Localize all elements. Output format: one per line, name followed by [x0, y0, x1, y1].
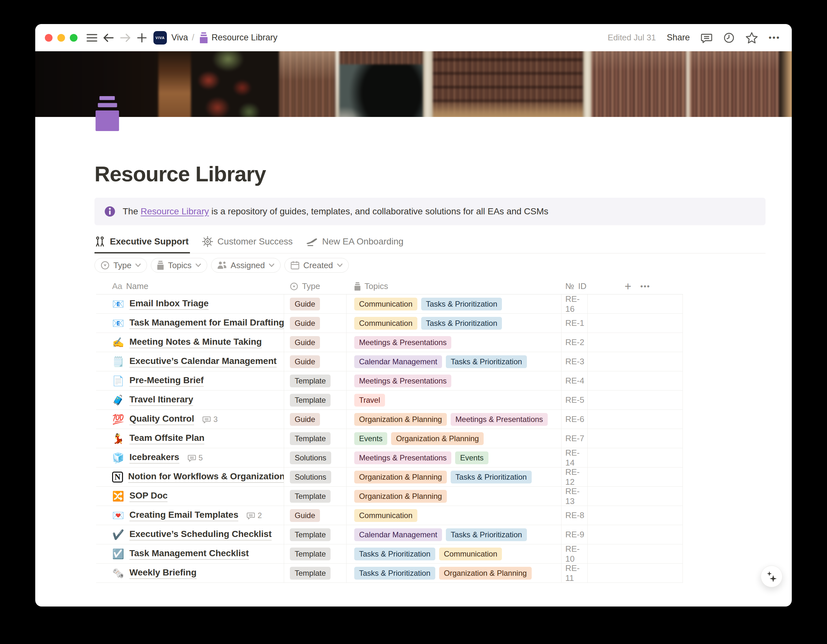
- sidebar-toggle-icon[interactable]: [85, 31, 99, 45]
- row-page-link[interactable]: Icebreakers: [130, 452, 179, 464]
- add-property-button[interactable]: +: [624, 281, 631, 292]
- row-type-cell[interactable]: Template: [284, 487, 346, 506]
- row-page-link[interactable]: Pre-Meeting Brief: [130, 375, 204, 387]
- row-topics-cell[interactable]: Organization & Planning: [346, 487, 562, 506]
- row-page-link[interactable]: Quality Control: [130, 414, 194, 425]
- row-type-cell[interactable]: Template: [284, 544, 346, 563]
- forward-icon[interactable]: [118, 31, 132, 45]
- row-name-cell[interactable]: 📧 Task Management for Email Drafting: [96, 314, 284, 333]
- row-id-cell[interactable]: RE-7: [562, 429, 588, 448]
- minimize-window-button[interactable]: [57, 34, 65, 42]
- row-id-cell[interactable]: RE-12: [562, 467, 588, 486]
- row-page-link[interactable]: SOP Doc: [130, 491, 167, 502]
- history-clock-icon[interactable]: [723, 32, 735, 44]
- row-topics-cell[interactable]: Organization & PlanningMeetings & Presen…: [346, 410, 562, 429]
- tab-executive-support[interactable]: Executive Support: [95, 236, 190, 253]
- row-topics-cell[interactable]: EventsOrganization & Planning: [346, 429, 562, 448]
- row-page-link[interactable]: Travel Itinerary: [130, 394, 193, 406]
- row-id-cell[interactable]: RE-6: [562, 410, 588, 429]
- row-topics-cell[interactable]: Communication: [346, 506, 562, 525]
- row-topics-cell[interactable]: Meetings & PresentationsEvents: [346, 448, 562, 467]
- row-id-cell[interactable]: RE-2: [562, 333, 588, 352]
- row-page-link[interactable]: Team Offsite Plan: [130, 433, 204, 444]
- row-type-cell[interactable]: Guide: [284, 333, 346, 352]
- row-type-cell[interactable]: Guide: [284, 314, 346, 333]
- row-page-link[interactable]: Meeting Notes & Minute Taking: [130, 337, 262, 348]
- row-id-cell[interactable]: RE-9: [562, 525, 588, 544]
- tab-new-ea-onboarding[interactable]: New EA Onboarding: [306, 236, 405, 253]
- row-type-cell[interactable]: Template: [284, 391, 346, 410]
- more-options-icon[interactable]: •••: [769, 33, 780, 42]
- row-name-cell[interactable]: 🗞️ Weekly Briefing: [96, 564, 284, 583]
- row-page-link[interactable]: Executive’s Scheduling Checklist: [130, 529, 272, 541]
- filter-assigned[interactable]: Assigned: [211, 258, 281, 273]
- breadcrumb-page[interactable]: Resource Library: [212, 33, 278, 42]
- row-name-cell[interactable]: 📄 Pre-Meeting Brief: [96, 371, 284, 390]
- row-topics-cell[interactable]: Organization & PlanningTasks & Prioritiz…: [346, 467, 562, 486]
- row-comment-count[interactable]: 5: [188, 453, 203, 462]
- row-id-cell[interactable]: RE-4: [562, 371, 588, 390]
- row-name-cell[interactable]: 🧊 Icebreakers 5: [96, 448, 284, 467]
- tab-customer-success[interactable]: Customer Success: [202, 236, 294, 253]
- row-topics-cell[interactable]: Travel: [346, 391, 562, 410]
- row-page-link[interactable]: Email Inbox Triage: [130, 298, 209, 310]
- row-id-cell[interactable]: RE-16: [562, 294, 588, 313]
- row-type-cell[interactable]: Template: [284, 525, 346, 544]
- row-topics-cell[interactable]: Meetings & Presentations: [346, 333, 562, 352]
- row-page-link[interactable]: Executive’s Calendar Management: [130, 356, 277, 367]
- back-icon[interactable]: [101, 31, 115, 45]
- column-header-id[interactable]: № ID: [562, 281, 588, 291]
- row-topics-cell[interactable]: Calendar ManagementTasks & Prioritizatio…: [346, 525, 562, 544]
- comments-icon[interactable]: [701, 32, 712, 44]
- row-id-cell[interactable]: RE-10: [562, 544, 588, 563]
- page-title[interactable]: Resource Library: [95, 162, 766, 186]
- notion-ai-button[interactable]: [761, 566, 782, 587]
- row-type-cell[interactable]: Template: [284, 429, 346, 448]
- row-id-cell[interactable]: RE-13: [562, 487, 588, 506]
- breadcrumb-workspace[interactable]: Viva: [172, 33, 188, 42]
- column-header-name[interactable]: Aa Name: [96, 281, 284, 291]
- row-name-cell[interactable]: ☑️ Task Management Checklist: [96, 544, 284, 563]
- filter-type[interactable]: Type: [95, 258, 147, 273]
- row-name-cell[interactable]: 📧 Email Inbox Triage: [96, 294, 284, 313]
- row-type-cell[interactable]: Guide: [284, 506, 346, 525]
- row-type-cell[interactable]: Solutions: [284, 448, 346, 467]
- row-id-cell[interactable]: RE-3: [562, 352, 588, 371]
- row-type-cell[interactable]: Template: [284, 371, 346, 390]
- row-topics-cell[interactable]: CommunicationTasks & Prioritization: [346, 314, 562, 333]
- row-name-cell[interactable]: N Notion for Workflows & Organization: [96, 467, 284, 486]
- page-archive-icon[interactable]: [95, 96, 119, 131]
- row-page-link[interactable]: Task Management Checklist: [130, 548, 249, 560]
- row-id-cell[interactable]: RE-5: [562, 391, 588, 410]
- row-id-cell[interactable]: RE-11: [562, 564, 588, 583]
- row-page-link[interactable]: Notion for Workflows & Organization: [128, 471, 284, 483]
- row-type-cell[interactable]: Guide: [284, 410, 346, 429]
- row-name-cell[interactable]: 💯 Quality Control 3: [96, 410, 284, 429]
- row-name-cell[interactable]: 🧳 Travel Itinerary: [96, 391, 284, 410]
- row-topics-cell[interactable]: Calendar ManagementTasks & Prioritizatio…: [346, 352, 562, 371]
- row-type-cell[interactable]: Template: [284, 564, 346, 583]
- row-name-cell[interactable]: 🗒️ Executive’s Calendar Management 1: [96, 352, 284, 371]
- row-name-cell[interactable]: 💌 Creating Email Templates 2: [96, 506, 284, 525]
- row-id-cell[interactable]: RE-1: [562, 314, 588, 333]
- zoom-window-button[interactable]: [70, 34, 78, 42]
- row-topics-cell[interactable]: Tasks & PrioritizationCommunication: [346, 544, 562, 563]
- row-page-link[interactable]: Weekly Briefing: [130, 567, 197, 579]
- row-name-cell[interactable]: ✍️ Meeting Notes & Minute Taking: [96, 333, 284, 352]
- favorite-star-icon[interactable]: [746, 32, 758, 44]
- filter-created[interactable]: Created: [284, 258, 349, 273]
- row-type-cell[interactable]: Guide: [284, 352, 346, 371]
- row-page-link[interactable]: Task Management for Email Drafting: [130, 317, 284, 329]
- filter-topics[interactable]: Topics: [151, 258, 207, 273]
- workspace-logo[interactable]: VIVA: [153, 31, 167, 45]
- column-header-type[interactable]: Type: [284, 281, 346, 291]
- row-name-cell[interactable]: 💃 Team Offsite Plan: [96, 429, 284, 448]
- share-button[interactable]: Share: [667, 33, 690, 42]
- row-name-cell[interactable]: 🔀 SOP Doc: [96, 487, 284, 506]
- row-topics-cell[interactable]: Meetings & Presentations: [346, 371, 562, 390]
- row-type-cell[interactable]: Guide: [284, 294, 346, 313]
- row-comment-count[interactable]: 2: [247, 511, 262, 520]
- close-window-button[interactable]: [45, 34, 53, 42]
- row-page-link[interactable]: Creating Email Templates: [130, 510, 238, 521]
- row-id-cell[interactable]: RE-8: [562, 506, 588, 525]
